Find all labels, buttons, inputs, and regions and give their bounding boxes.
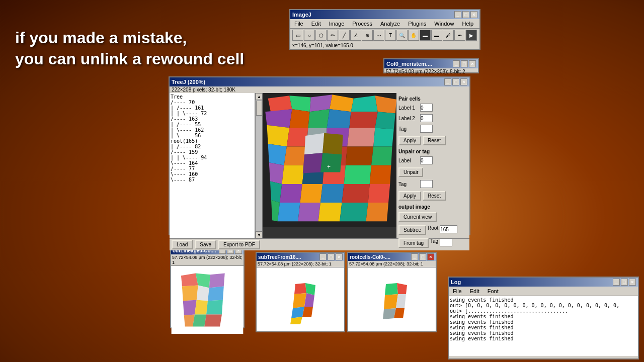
tool-line[interactable]: ╱ bbox=[339, 30, 350, 41]
label2-input[interactable] bbox=[420, 114, 433, 122]
tool-color2[interactable]: ▬ bbox=[431, 30, 442, 41]
from-tag-btn[interactable]: From tag bbox=[398, 238, 429, 248]
svg-marker-36 bbox=[368, 184, 390, 203]
svg-marker-23 bbox=[346, 146, 373, 165]
tag-row1: Tag bbox=[398, 125, 467, 133]
log-menu-font[interactable]: Font bbox=[484, 287, 503, 295]
menu-plugins[interactable]: Plugins bbox=[404, 20, 430, 28]
tool-brush[interactable]: 🖌 bbox=[443, 30, 454, 41]
save-btn[interactable]: Save bbox=[195, 240, 216, 249]
treej-controls: _ □ × bbox=[444, 78, 467, 85]
crosshair: + bbox=[327, 163, 332, 168]
log-line: swing events finished bbox=[450, 336, 637, 341]
tool-pencil[interactable]: ✒ bbox=[454, 30, 465, 41]
log-minimize-btn[interactable]: _ bbox=[613, 279, 620, 286]
tool-color1[interactable]: ▬ bbox=[420, 30, 431, 41]
tree-line: /---- 77 bbox=[171, 166, 254, 171]
log-maximize-btn[interactable]: □ bbox=[621, 279, 628, 286]
load-btn[interactable]: Load bbox=[172, 240, 193, 249]
rootcells-minimize-btn[interactable]: _ bbox=[411, 253, 418, 260]
tool-freehand[interactable]: ✏ bbox=[327, 30, 338, 41]
log-close-btn[interactable]: × bbox=[629, 279, 636, 286]
tree-line: Tree bbox=[171, 94, 254, 100]
outlineage-window: outLineage0-Co.... _ □ × 57.72×54.08 µm … bbox=[170, 245, 245, 328]
menu-edit[interactable]: Edit bbox=[307, 20, 325, 28]
tool-text[interactable]: T bbox=[385, 30, 396, 41]
menu-file[interactable]: File bbox=[290, 20, 307, 28]
subtree-close-btn[interactable]: × bbox=[336, 253, 343, 260]
tree-panel[interactable]: Tree /---- 70 | /---- 161 | | \---- 72 /… bbox=[170, 93, 255, 238]
tool-run[interactable]: ▶ bbox=[466, 30, 477, 41]
rootcells-svg bbox=[372, 279, 412, 324]
log-window: Log _ □ × File Edit Font swing events fi… bbox=[448, 277, 639, 359]
subtree-maximize-btn[interactable]: □ bbox=[328, 253, 335, 260]
svg-marker-30 bbox=[370, 165, 391, 184]
root-input[interactable] bbox=[440, 225, 457, 233]
imagej-maximize-btn[interactable]: □ bbox=[462, 11, 469, 18]
tool-ellipse[interactable]: ○ bbox=[304, 30, 315, 41]
export-pdf-btn[interactable]: Export to PDF bbox=[218, 240, 260, 249]
col0-minimize-btn[interactable]: _ bbox=[453, 60, 460, 67]
log-menu-bar: File Edit Font bbox=[449, 287, 638, 296]
imagej-minimize-btn[interactable]: _ bbox=[454, 11, 461, 18]
imagej-controls: _ □ × bbox=[454, 11, 477, 18]
svg-marker-45 bbox=[303, 153, 323, 173]
log-line: swing events finished bbox=[450, 297, 637, 303]
tool-hand[interactable]: ✋ bbox=[408, 30, 419, 41]
log-title: Log bbox=[451, 279, 461, 285]
tag-input1[interactable] bbox=[420, 125, 433, 133]
tool-polygon[interactable]: ⬠ bbox=[315, 30, 327, 41]
svg-marker-40 bbox=[318, 203, 342, 221]
tag-input2[interactable] bbox=[420, 180, 433, 188]
col0-close-btn[interactable]: × bbox=[469, 60, 476, 67]
unpair-tag-buttons: Apply Reset bbox=[398, 191, 467, 201]
svg-marker-24 bbox=[371, 146, 392, 165]
tool-wand[interactable]: ⋯ bbox=[373, 30, 384, 41]
current-view-btn[interactable]: Current view bbox=[398, 212, 437, 222]
label2-row: Label 2 bbox=[398, 114, 467, 122]
label1-input[interactable] bbox=[420, 104, 433, 112]
rootcells-maximize-btn[interactable]: □ bbox=[419, 253, 426, 260]
tree-panel-container: Tree /---- 70 | /---- 161 | | \---- 72 /… bbox=[170, 93, 263, 238]
unpair-reset-btn[interactable]: Reset bbox=[423, 191, 446, 201]
tool-angle[interactable]: ∠ bbox=[350, 30, 361, 41]
log-content[interactable]: swing events finishedout> [0, 0, 0, 0, 0… bbox=[449, 296, 638, 356]
menu-image[interactable]: Image bbox=[325, 20, 349, 28]
subtree-btn[interactable]: Subtree bbox=[398, 225, 426, 235]
col0-controls: _ □ × bbox=[453, 60, 476, 67]
menu-help[interactable]: Help bbox=[458, 20, 477, 28]
pair-apply-btn[interactable]: Apply bbox=[398, 136, 421, 145]
svg-marker-63 bbox=[293, 293, 306, 308]
log-line: out> [................................. bbox=[450, 308, 637, 314]
outlineage-info: 57.72×54.08 µm (222×208); 32-bit; 1 bbox=[171, 254, 244, 266]
log-menu-file[interactable]: File bbox=[449, 287, 466, 295]
unpair-label-input[interactable] bbox=[420, 156, 433, 164]
root-label: Root bbox=[428, 225, 438, 235]
col0-maximize-btn[interactable]: □ bbox=[461, 60, 468, 67]
treej-maximize-btn[interactable]: □ bbox=[452, 78, 459, 85]
log-menu-edit[interactable]: Edit bbox=[466, 287, 484, 295]
treej-minimize-btn[interactable]: _ bbox=[444, 78, 451, 85]
tree-scrollbar[interactable]: ▲ ▼ bbox=[255, 93, 262, 238]
pair-reset-btn[interactable]: Reset bbox=[423, 136, 446, 145]
rootcells-window: rootcells-Col0-.... _ □ × 57.72×54.08 µm… bbox=[347, 252, 437, 332]
svg-marker-26 bbox=[282, 165, 304, 184]
rootcells-titlebar: rootcells-Col0-.... _ □ × bbox=[348, 253, 436, 261]
unpair-btn[interactable]: Unpair bbox=[398, 167, 423, 177]
col0-window: Col0_meristem.... _ □ × 57.72×54.08 µm (… bbox=[383, 58, 479, 73]
output-tag-input[interactable] bbox=[440, 238, 452, 246]
tool-point[interactable]: ⊕ bbox=[362, 30, 373, 41]
menu-analyze[interactable]: Analyze bbox=[376, 20, 404, 28]
tool-zoom[interactable]: 🔍 bbox=[396, 30, 408, 41]
menu-window[interactable]: Window bbox=[430, 20, 458, 28]
scroll-up-btn[interactable]: ▲ bbox=[256, 93, 263, 100]
subtree-minimize-btn[interactable]: _ bbox=[319, 253, 327, 260]
menu-process[interactable]: Process bbox=[348, 20, 376, 28]
unpair-apply-btn[interactable]: Apply bbox=[398, 191, 421, 201]
rootcells-close-btn[interactable]: × bbox=[427, 253, 434, 260]
scroll-thumb[interactable] bbox=[256, 101, 262, 116]
tool-rect[interactable]: ▭ bbox=[292, 30, 303, 41]
scroll-down-btn[interactable]: ▼ bbox=[256, 231, 263, 238]
treej-close-btn[interactable]: × bbox=[460, 78, 467, 85]
imagej-close-btn[interactable]: × bbox=[470, 11, 477, 18]
